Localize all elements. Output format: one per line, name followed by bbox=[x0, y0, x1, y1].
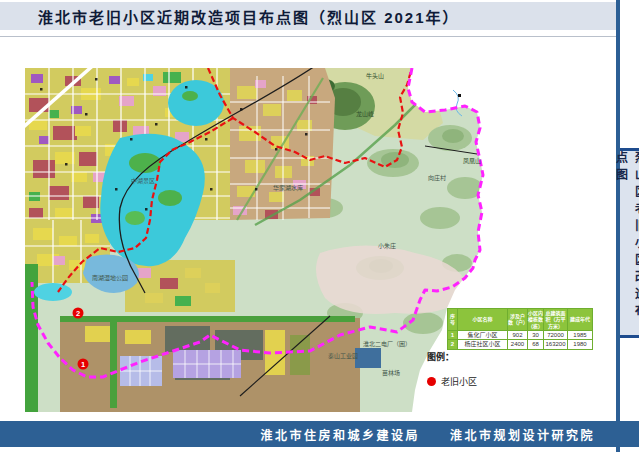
cell-buildings: 30 bbox=[528, 330, 544, 340]
title-bar: 淮北市老旧小区近期改造项目布点图（烈山区 2021年） bbox=[0, 2, 616, 30]
landmark-square bbox=[458, 94, 461, 97]
side-vertical-title: 烈山区老旧小区改造布点图 bbox=[611, 151, 639, 335]
cell-buildings: 68 bbox=[528, 340, 544, 350]
green-strip bbox=[110, 318, 117, 408]
map-legend: 图例： 老旧小区 bbox=[427, 350, 477, 388]
cell-index: 2 bbox=[448, 340, 458, 350]
cell-households: 902 bbox=[508, 330, 528, 340]
title-divider bbox=[0, 36, 616, 37]
map-canvas: 中湖景区 南湖湿地公园 华家湖水库 龙山峰 牛头山 凤凰山 向庄村 泰山工业园 … bbox=[25, 68, 597, 412]
marker-number: 2 bbox=[76, 309, 80, 318]
cell-area: 72000 bbox=[544, 330, 568, 340]
footer-bar: 淮北市住房和城乡建设局 淮北市规划设计研究院 bbox=[0, 421, 639, 447]
label-huajiahu: 华家湖水库 bbox=[273, 184, 303, 192]
table-row: 2 杨庄社区小区 2400 68 163200 1980 bbox=[448, 340, 593, 350]
col-header-name: 小区名称 bbox=[458, 309, 508, 331]
label-dianchang: 淮北二电厂（困） bbox=[363, 340, 411, 348]
label-xiaozhuzhuang: 小朱庄 bbox=[378, 242, 396, 250]
cell-name: 焦化厂小区 bbox=[458, 330, 508, 340]
footer-org-planning-institute: 淮北市规划设计研究院 bbox=[450, 426, 595, 443]
district-map[interactable]: 中湖景区 南湖湿地公园 华家湖水库 龙山峰 牛头山 凤凰山 向庄村 泰山工业园 … bbox=[25, 68, 597, 412]
label-miaolinchang: 苗林场 bbox=[382, 369, 400, 377]
label-taishan: 泰山工业园 bbox=[328, 352, 358, 360]
label-longshan: 龙山峰 bbox=[356, 110, 374, 118]
hill bbox=[420, 207, 460, 229]
label-xiangzhuangcun: 向庄村 bbox=[428, 174, 446, 182]
marker-number: 1 bbox=[81, 360, 85, 369]
side-title-box: 烈山区老旧小区改造布点图 bbox=[620, 148, 639, 338]
label-fenghuangshan: 凤凰山 bbox=[463, 157, 481, 165]
col-header-households: 涉及户数（户） bbox=[508, 309, 528, 331]
table-row: 1 焦化厂小区 902 30 72000 1985 bbox=[448, 330, 593, 340]
cell-households: 2400 bbox=[508, 340, 528, 350]
page-title: 淮北市老旧小区近期改造项目布点图（烈山区 2021年） bbox=[0, 6, 460, 27]
cell-year: 1980 bbox=[568, 340, 593, 350]
col-header-area: 总建筑面积（万平方米） bbox=[544, 309, 568, 331]
lake-island bbox=[125, 211, 145, 225]
cell-area: 163200 bbox=[544, 340, 568, 350]
lake-island bbox=[158, 190, 182, 206]
legend-item-label: 老旧小区 bbox=[441, 375, 477, 388]
cell-index: 1 bbox=[448, 330, 458, 340]
legend-item-old-community: 老旧小区 bbox=[427, 375, 477, 388]
red-dot-icon bbox=[427, 377, 436, 386]
hill bbox=[403, 312, 443, 334]
col-header-year: 建成年代 bbox=[568, 309, 593, 331]
col-header-index: 序号 bbox=[448, 309, 458, 331]
cell-name: 杨庄社区小区 bbox=[458, 340, 508, 350]
pond bbox=[34, 283, 72, 301]
cell-year: 1985 bbox=[568, 330, 593, 340]
hill bbox=[442, 129, 464, 143]
col-header-buildings: 小区内楼栋数（栋） bbox=[528, 309, 544, 331]
project-marker-1[interactable]: 1 bbox=[78, 359, 89, 370]
label-zhonghu: 中湖景区 bbox=[131, 177, 155, 185]
project-marker-2[interactable]: 2 bbox=[73, 308, 84, 319]
project-table: 序号 小区名称 涉及户数（户） 小区内楼栋数（栋） 总建筑面积（万平方米） 建成… bbox=[447, 308, 593, 350]
planning-map-page: 淮北市老旧小区近期改造项目布点图（烈山区 2021年） 烈山区老旧小区改造布点图… bbox=[0, 0, 639, 452]
lake-island bbox=[182, 91, 198, 101]
legend-heading: 图例： bbox=[427, 350, 477, 363]
footer-org-housing-bureau: 淮北市住房和城乡建设局 bbox=[260, 426, 420, 443]
table-header-row: 序号 小区名称 涉及户数（户） 小区内楼栋数（栋） 总建筑面积（万平方米） 建成… bbox=[448, 309, 593, 331]
label-niutoushan: 牛头山 bbox=[366, 72, 384, 80]
green-strip bbox=[60, 316, 355, 322]
label-nanhu: 南湖湿地公园 bbox=[92, 274, 128, 282]
